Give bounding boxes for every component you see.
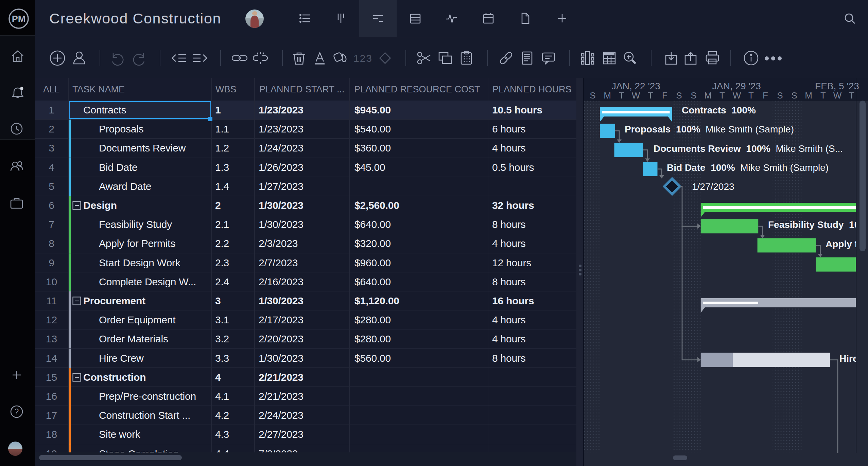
svg-text:1/27/2023: 1/27/2023 bbox=[692, 181, 734, 192]
svg-text:Feasibility Study 10: Feasibility Study 10 bbox=[768, 219, 856, 230]
svg-text:Apply f: Apply f bbox=[826, 239, 856, 249]
svg-text:Documents Review 100% Mike S: Documents Review 100% Mike Smith (S... bbox=[654, 143, 843, 154]
svg-text:Contracts 100%: Contracts 100% bbox=[682, 105, 756, 115]
svg-text:Bid Date 100% Mike Smith (Sa: Bid Date 100% Mike Smith (Sample) bbox=[667, 162, 829, 173]
svg-text:?: ? bbox=[15, 407, 19, 416]
svg-text:Hire: Hire bbox=[839, 353, 856, 364]
svg-text:PM: PM bbox=[12, 14, 26, 24]
svg-text:Proposals 100% Mike Smith (S: Proposals 100% Mike Smith (Sample) bbox=[625, 124, 794, 135]
